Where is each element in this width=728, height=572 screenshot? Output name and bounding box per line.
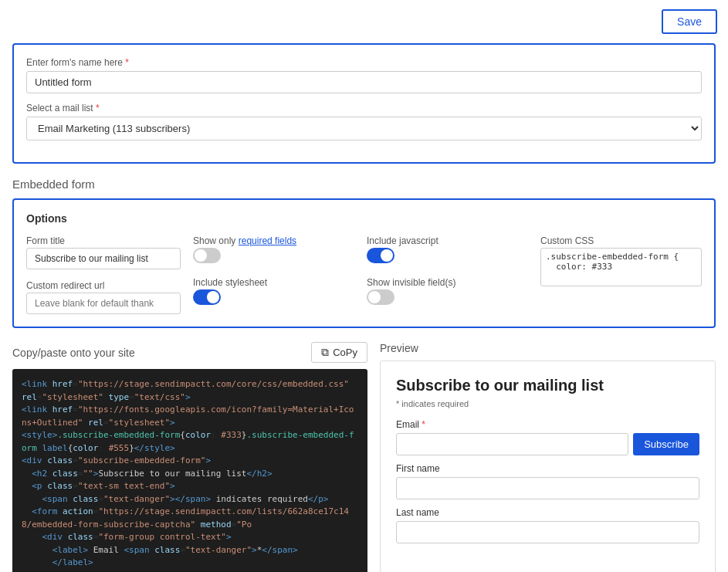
include-stylesheet-label: Include stylesheet bbox=[193, 277, 354, 288]
form-title-label: Form title bbox=[26, 235, 181, 246]
code-line-2: <link href="https://fonts.googleapis.com… bbox=[22, 404, 358, 429]
preview-box: Preview Subscribe to our mailing list * … bbox=[380, 342, 716, 572]
mail-list-label: Select a mail list * bbox=[26, 103, 702, 113]
required-fields-link[interactable]: required fields bbox=[239, 235, 296, 246]
invisible-toggle-row bbox=[367, 289, 528, 305]
show-required-label: Show only required fields bbox=[193, 235, 354, 246]
copy-paste-box: Copy/paste onto your site ⧉ CoPy <link h… bbox=[12, 342, 367, 572]
col-javascript: Include javascript Show invisible field(… bbox=[367, 235, 528, 314]
code-line-10: <label> Email <span class="text-danger">… bbox=[22, 544, 358, 557]
mail-list-select[interactable]: Email Marketing (113 subscribers) bbox=[26, 117, 702, 140]
javascript-toggle[interactable] bbox=[367, 248, 394, 263]
copy-paste-title: Copy/paste onto your site bbox=[12, 347, 135, 359]
code-block: <link href="https://stage.sendimpactt.co… bbox=[12, 369, 367, 572]
custom-css-label: Custom CSS bbox=[540, 235, 702, 246]
form-name-group: Enter form's name here * bbox=[26, 57, 702, 93]
required-star-list: * bbox=[96, 103, 100, 113]
show-invisible-label: Show invisible field(s) bbox=[367, 277, 528, 288]
preview-form: Subscribe to our mailing list * indicate… bbox=[380, 360, 716, 572]
copy-icon: ⧉ bbox=[321, 346, 329, 359]
copy-button-label: CoPy bbox=[333, 347, 357, 358]
custom-css-textarea[interactable]: .subscribe-embedded-form { color: #333 bbox=[540, 248, 702, 286]
code-line-1: <link href="https://stage.sendimpactt.co… bbox=[22, 378, 358, 404]
custom-redirect-section: Custom redirect url bbox=[26, 280, 181, 314]
mail-list-label-text: Select a mail list bbox=[26, 103, 93, 113]
form-name-input[interactable] bbox=[26, 71, 702, 93]
preview-title: Preview bbox=[380, 342, 716, 354]
options-grid: Form title Custom redirect url Show only… bbox=[26, 235, 702, 314]
include-javascript-section: Include javascript bbox=[367, 235, 528, 263]
page-wrapper: Save Enter form's name here * Select a m… bbox=[0, 0, 728, 572]
form-config-box: Enter form's name here * Select a mail l… bbox=[12, 43, 716, 164]
copy-paste-header: Copy/paste onto your site ⧉ CoPy bbox=[12, 342, 367, 363]
code-line-9: <div class="form-group control-text"> bbox=[22, 531, 358, 544]
form-title-input[interactable] bbox=[26, 248, 181, 269]
stylesheet-toggle[interactable] bbox=[193, 289, 221, 305]
col-custom-css: Custom CSS .subscribe-embedded-form { co… bbox=[540, 235, 702, 314]
show-invisible-section: Show invisible field(s) bbox=[367, 277, 528, 305]
code-line-3: <style>.subscribe-embedded-form{color: #… bbox=[22, 429, 358, 455]
code-line-8: <form action="https://stage.sendimpactt.… bbox=[22, 506, 358, 531]
include-javascript-label: Include javascript bbox=[367, 235, 528, 246]
email-required-star: * bbox=[422, 419, 425, 430]
code-line-11: </label> bbox=[22, 557, 358, 570]
copy-button[interactable]: ⧉ CoPy bbox=[311, 342, 367, 363]
show-required-section: Show only required fields bbox=[193, 235, 354, 263]
code-line-4: <div class="subscribe-embedded-form"> bbox=[22, 455, 358, 468]
email-label-text: Email bbox=[396, 419, 419, 430]
show-required-text: Show only bbox=[193, 235, 235, 246]
preview-last-name-label: Last name bbox=[396, 507, 699, 518]
preview-heading: Subscribe to our mailing list bbox=[396, 377, 699, 394]
custom-redirect-input[interactable] bbox=[26, 293, 181, 314]
form-name-label-text: Enter form's name here bbox=[26, 57, 123, 68]
required-toggle-row bbox=[193, 248, 354, 263]
preview-subscribe-button[interactable]: Subscribe bbox=[633, 433, 699, 455]
options-title: Options bbox=[26, 212, 702, 225]
javascript-toggle-row bbox=[367, 248, 528, 263]
preview-email-input[interactable] bbox=[396, 433, 628, 455]
code-line-5: <h2 class="">Subscribe to our mailing li… bbox=[22, 468, 358, 481]
col-form-title: Form title Custom redirect url bbox=[26, 235, 181, 314]
bottom-section: Copy/paste onto your site ⧉ CoPy <link h… bbox=[12, 342, 716, 572]
preview-first-name-label: First name bbox=[396, 463, 699, 474]
save-button[interactable]: Save bbox=[662, 9, 717, 34]
mail-list-group: Select a mail list * Email Marketing (11… bbox=[26, 103, 702, 140]
form-name-label: Enter form's name here * bbox=[26, 57, 702, 68]
col-required: Show only required fields Include styles… bbox=[193, 235, 354, 314]
preview-first-name-input[interactable] bbox=[396, 477, 699, 499]
embedded-form-label: Embedded form bbox=[12, 178, 716, 191]
code-line-6: <p class="text-sm text-end"> bbox=[22, 480, 358, 493]
include-stylesheet-section: Include stylesheet bbox=[193, 277, 354, 305]
custom-css-section: Custom CSS .subscribe-embedded-form { co… bbox=[540, 235, 702, 289]
required-toggle[interactable] bbox=[193, 248, 221, 263]
preview-last-name-input[interactable] bbox=[396, 521, 699, 543]
form-title-section: Form title bbox=[26, 235, 181, 269]
custom-redirect-label: Custom redirect url bbox=[26, 280, 181, 291]
preview-email-label: Email * bbox=[396, 419, 699, 430]
email-row: Subscribe bbox=[396, 433, 699, 455]
preview-required-note: * indicates required bbox=[396, 399, 699, 408]
invisible-toggle[interactable] bbox=[367, 289, 394, 305]
stylesheet-toggle-row bbox=[193, 289, 354, 305]
code-line-12: <input id="EMAIL" placeholder="" value="… bbox=[22, 570, 358, 573]
code-line-7: <span class="text-danger"></span> indica… bbox=[22, 493, 358, 506]
required-star-name: * bbox=[125, 57, 129, 68]
options-box: Options Form title Custom redirect url S… bbox=[12, 198, 716, 328]
